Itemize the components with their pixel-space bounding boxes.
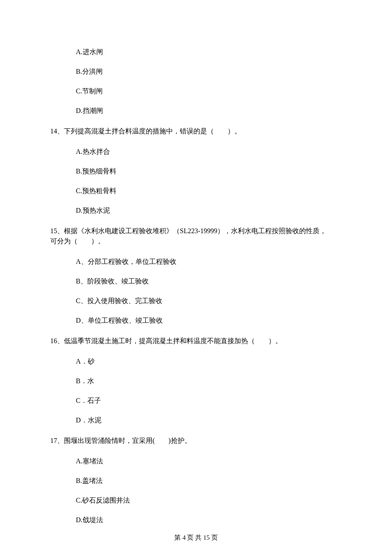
q14-option-d: D.预热水泥 <box>76 205 342 216</box>
q17-option-d: D.戗堤法 <box>76 515 342 525</box>
q15-stem: 15、根据《水利水电建设工程验收堆积》（SL223-19999），水利水电工程按… <box>50 226 342 246</box>
q17-stem: 17、围堰出现管涌险情时，宜采用( )抢护。 <box>50 436 342 446</box>
q16-option-a: A．砂 <box>76 356 342 367</box>
q16-stem: 16、低温季节混凝土施工时，提高混凝土拌和料温度不能直接加热（ ）。 <box>50 336 342 346</box>
q13-option-d: D.挡潮闸 <box>76 106 342 116</box>
q14-option-b: B.预热细骨料 <box>76 166 342 176</box>
q15-option-d: D、单位工程验收、竣工验收 <box>76 315 342 326</box>
q16-option-b: B．水 <box>76 376 342 386</box>
q14-stem: 14、下列提高混凝土拌合料温度的措施中，错误的是（ ）。 <box>50 126 342 136</box>
q15-stem-line1: 15、根据《水利水电建设工程验收堆积》（SL223-19999），水利水电工程按… <box>50 226 342 236</box>
page-footer: 第 4 页 共 15 页 <box>0 533 392 543</box>
page-container: A.进水闸 B.分洪闸 C.节制闸 D.挡潮闸 14、下列提高混凝土拌合料温度的… <box>0 0 392 555</box>
q15-option-c: C、投入使用验收、完工验收 <box>76 296 342 306</box>
q13-option-c: C.节制闸 <box>76 86 342 96</box>
q14-option-c: C.预热粗骨料 <box>76 186 342 196</box>
q15-stem-line2: 可分为（ ）。 <box>50 236 342 246</box>
q17-option-c: C.砂石反滤围井法 <box>76 495 342 506</box>
q15-option-a: A、分部工程验收，单位工程验收 <box>76 257 342 267</box>
q14-option-a: A.热水拌合 <box>76 147 342 157</box>
q16-option-c: C．石子 <box>76 396 342 406</box>
q15-option-b: B、阶段验收、竣工验收 <box>76 276 342 286</box>
q17-option-a: A.塞堵法 <box>76 456 342 466</box>
q13-option-a: A.进水闸 <box>76 47 342 57</box>
q17-option-b: B.盖堵法 <box>76 476 342 486</box>
q16-option-d: D．水泥 <box>76 415 342 425</box>
q13-option-b: B.分洪闸 <box>76 66 342 77</box>
